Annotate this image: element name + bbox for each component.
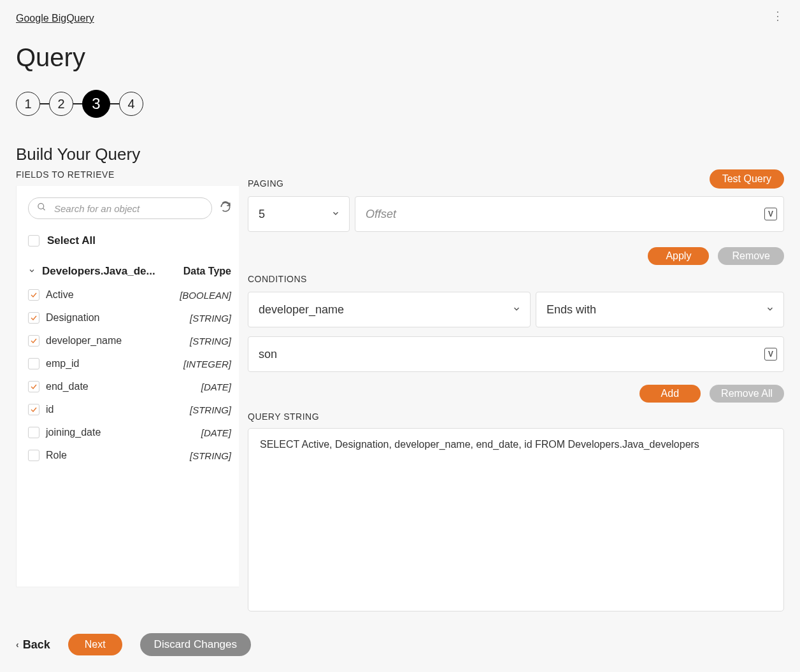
data-type-header: Data Type bbox=[183, 266, 231, 277]
step-3[interactable]: 3 bbox=[82, 90, 110, 118]
remove-all-button[interactable]: Remove All bbox=[710, 385, 784, 403]
apply-button[interactable]: Apply bbox=[648, 247, 709, 265]
field-row: Designation[STRING] bbox=[28, 312, 231, 324]
field-name: Designation bbox=[46, 312, 190, 324]
field-checkbox[interactable] bbox=[28, 289, 39, 301]
page-title: Query bbox=[16, 43, 784, 72]
field-type: [STRING] bbox=[190, 336, 231, 347]
field-checkbox[interactable] bbox=[28, 335, 39, 347]
step-2[interactable]: 2 bbox=[49, 92, 73, 116]
paging-limit-value: 5 bbox=[259, 208, 265, 221]
field-type: [DATE] bbox=[201, 427, 231, 438]
query-string-display[interactable]: SELECT Active, Designation, developer_na… bbox=[248, 428, 784, 611]
chevron-down-icon bbox=[28, 266, 36, 277]
field-row: Role[STRING] bbox=[28, 450, 231, 461]
field-name: joining_date bbox=[46, 427, 201, 438]
field-row: developer_name[STRING] bbox=[28, 335, 231, 347]
condition-field-select[interactable]: developer_name bbox=[248, 292, 531, 327]
field-checkbox[interactable] bbox=[28, 312, 39, 324]
fields-label: FIELDS TO RETRIEVE bbox=[16, 169, 239, 180]
field-row: joining_date[DATE] bbox=[28, 427, 231, 438]
chevron-down-icon bbox=[766, 303, 775, 317]
condition-value-input[interactable]: son V bbox=[248, 336, 784, 372]
field-checkbox[interactable] bbox=[28, 404, 39, 415]
variable-icon[interactable]: V bbox=[764, 348, 777, 361]
refresh-icon[interactable] bbox=[220, 201, 231, 215]
field-type: [STRING] bbox=[190, 404, 231, 415]
chevron-down-icon bbox=[512, 303, 521, 317]
field-row: emp_id[INTEGER] bbox=[28, 358, 231, 369]
field-name: Active bbox=[46, 289, 180, 301]
field-type: [BOOLEAN] bbox=[180, 290, 231, 301]
field-row: end_date[DATE] bbox=[28, 381, 231, 392]
field-type: [DATE] bbox=[201, 382, 231, 392]
field-row: id[STRING] bbox=[28, 404, 231, 415]
field-name: end_date bbox=[46, 381, 201, 392]
condition-operator-select[interactable]: Ends with bbox=[536, 292, 784, 327]
query-string-label: QUERY STRING bbox=[248, 411, 784, 422]
stepper: 1 2 3 4 bbox=[16, 90, 784, 118]
chevron-down-icon bbox=[331, 208, 340, 221]
field-name: developer_name bbox=[46, 335, 190, 347]
field-type: [STRING] bbox=[190, 450, 231, 461]
back-label: Back bbox=[23, 638, 50, 652]
field-checkbox[interactable] bbox=[28, 358, 39, 369]
field-checkbox[interactable] bbox=[28, 427, 39, 438]
svg-line-1 bbox=[43, 208, 45, 210]
field-name: id bbox=[46, 404, 190, 415]
field-checkbox[interactable] bbox=[28, 450, 39, 461]
field-type: [STRING] bbox=[190, 313, 231, 324]
more-icon[interactable]: ⋮ bbox=[772, 13, 784, 19]
svg-point-0 bbox=[38, 203, 44, 209]
discard-button[interactable]: Discard Changes bbox=[140, 633, 251, 656]
step-1[interactable]: 1 bbox=[16, 92, 40, 116]
search-input[interactable] bbox=[28, 197, 212, 219]
condition-field-value: developer_name bbox=[259, 303, 344, 317]
test-query-button[interactable]: Test Query bbox=[710, 169, 784, 189]
condition-value: son bbox=[259, 348, 277, 361]
offset-placeholder: Offset bbox=[366, 208, 396, 221]
field-row: Active[BOOLEAN] bbox=[28, 289, 231, 301]
remove-button[interactable]: Remove bbox=[718, 247, 784, 265]
field-name: emp_id bbox=[46, 358, 183, 369]
section-title: Build Your Query bbox=[16, 145, 784, 164]
select-all-label: Select All bbox=[47, 234, 96, 247]
conditions-label: CONDITIONS bbox=[248, 274, 784, 284]
tree-header[interactable]: Developers.Java_de... Data Type bbox=[28, 265, 231, 278]
search-icon bbox=[37, 203, 46, 215]
chevron-left-icon: ‹ bbox=[16, 640, 19, 650]
step-4[interactable]: 4 bbox=[119, 92, 143, 116]
variable-icon[interactable]: V bbox=[764, 208, 777, 220]
condition-operator-value: Ends with bbox=[546, 303, 596, 317]
breadcrumb[interactable]: Google BigQuery bbox=[16, 13, 94, 24]
paging-label: PAGING bbox=[248, 178, 283, 189]
field-type: [INTEGER] bbox=[183, 359, 231, 369]
select-all-checkbox[interactable] bbox=[28, 235, 39, 247]
tree-name: Developers.Java_de... bbox=[42, 265, 177, 278]
fields-panel: Select All Developers.Java_de... Data Ty… bbox=[16, 186, 239, 587]
next-button[interactable]: Next bbox=[68, 634, 122, 655]
paging-limit-select[interactable]: 5 bbox=[248, 196, 350, 232]
offset-input[interactable]: Offset V bbox=[355, 196, 784, 232]
field-name: Role bbox=[46, 450, 190, 461]
add-button[interactable]: Add bbox=[639, 385, 701, 403]
back-button[interactable]: ‹ Back bbox=[16, 638, 50, 652]
field-checkbox[interactable] bbox=[28, 381, 39, 392]
